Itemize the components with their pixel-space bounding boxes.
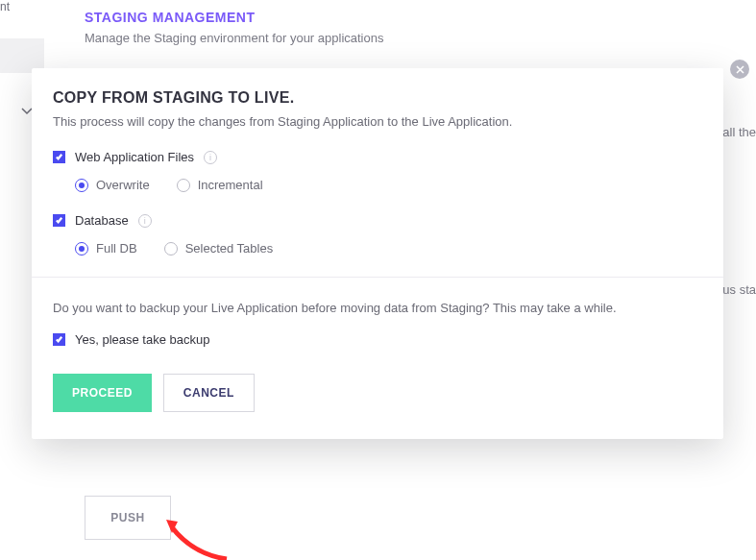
truncated-text-2: us sta [722, 282, 756, 297]
radio-unselected-icon [164, 242, 178, 256]
selected-tables-label: Selected Tables [185, 241, 274, 256]
overwrite-label: Overwrite [96, 178, 150, 192]
copy-modal: COPY FROM STAGING TO LIVE. This process … [32, 68, 723, 439]
checkbox-checked-icon [53, 214, 65, 227]
page-title: STAGING MANAGEMENT [85, 10, 735, 25]
radio-unselected-icon [177, 179, 190, 192]
info-icon[interactable]: i [138, 214, 152, 228]
web-app-files-checkbox[interactable]: Web Application Files i [53, 150, 702, 164]
push-button[interactable]: PUSH [85, 496, 171, 540]
database-label: Database [75, 213, 129, 228]
full-db-radio[interactable]: Full DB [75, 241, 137, 256]
truncated-text-1: all the [722, 125, 756, 139]
modal-description: This process will copy the changes from … [53, 114, 702, 129]
incremental-label: Incremental [198, 178, 263, 192]
full-db-label: Full DB [96, 241, 137, 256]
backup-question: Do you want to backup your Live Applicat… [32, 278, 723, 315]
radio-selected-icon [75, 242, 88, 256]
page-subtitle: Manage the Staging environment for your … [85, 31, 735, 45]
backup-checkbox[interactable]: Yes, please take backup [53, 332, 702, 347]
info-icon[interactable]: i [204, 151, 217, 164]
checkbox-checked-icon [53, 333, 65, 346]
incremental-radio[interactable]: Incremental [177, 178, 263, 192]
web-app-files-label: Web Application Files [75, 150, 194, 164]
proceed-button[interactable]: PROCEED [53, 374, 152, 412]
database-checkbox[interactable]: Database i [53, 213, 702, 228]
modal-title: COPY FROM STAGING TO LIVE. [53, 89, 702, 107]
cancel-button[interactable]: CANCEL [163, 374, 255, 412]
radio-selected-icon [75, 179, 88, 192]
overwrite-radio[interactable]: Overwrite [75, 178, 150, 192]
selected-tables-radio[interactable]: Selected Tables [164, 241, 274, 256]
close-icon[interactable] [730, 60, 749, 79]
sidebar-fragment: nt [0, 0, 10, 13]
checkbox-checked-icon [53, 151, 65, 163]
backup-label: Yes, please take backup [75, 332, 209, 347]
